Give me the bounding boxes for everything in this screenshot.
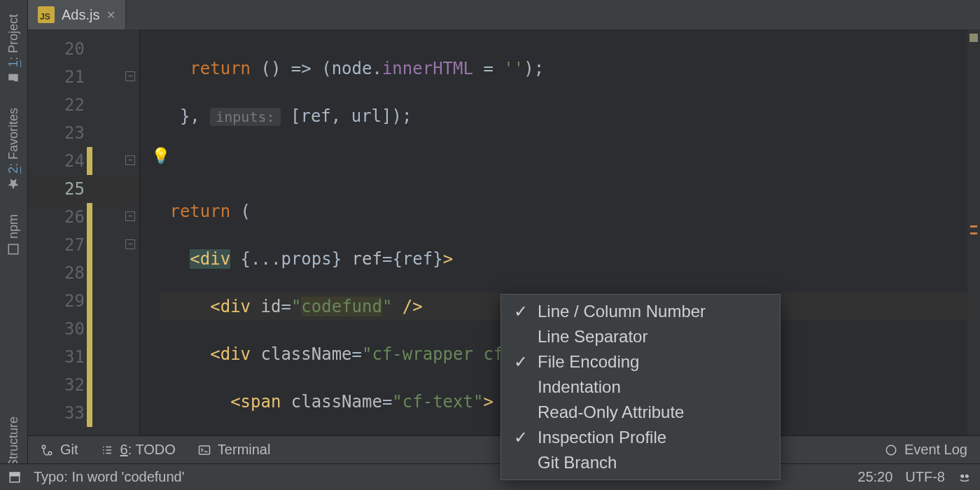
menu-item-inspection-profile[interactable]: ✓Inspection Profile (501, 425, 780, 450)
line-number: 26− (28, 203, 139, 231)
line-number: 22 (28, 91, 139, 119)
gutter[interactable]: 💡 20 21− 22 23 24− 25 26− 27− 28 29 30 3… (28, 29, 140, 435)
check-icon: ✓ (514, 302, 528, 321)
favorites-tab-label: Favorites (6, 108, 20, 160)
warning-marker[interactable] (970, 232, 977, 234)
line-number: 33 (28, 399, 139, 427)
line-number: 30 (28, 315, 139, 343)
event-log-icon (885, 444, 897, 456)
line-number: 32 (28, 371, 139, 399)
line-number: 24− (28, 147, 139, 175)
git-branch-icon (41, 444, 53, 456)
status-bar-context-menu: ✓Line / Column Number Line Separator ✓Fi… (500, 294, 780, 480)
fold-icon[interactable]: − (125, 239, 135, 249)
svg-point-7 (960, 474, 964, 477)
svg-point-2 (48, 451, 52, 455)
terminal-tool-button[interactable]: Terminal (198, 442, 271, 458)
npm-icon (8, 243, 20, 255)
fold-icon[interactable]: − (125, 71, 135, 81)
menu-item-git-branch[interactable]: Git Branch (501, 450, 780, 475)
warning-marker[interactable] (970, 225, 977, 227)
menu-item-line-column[interactable]: ✓Line / Column Number (501, 299, 780, 324)
terminal-icon (198, 444, 211, 456)
svg-rect-3 (199, 446, 209, 454)
list-icon (101, 444, 113, 456)
favorites-tool-tab[interactable]: 2: Favorites (6, 99, 21, 199)
svg-rect-6 (10, 472, 20, 476)
menu-item-file-encoding[interactable]: ✓File Encoding (501, 349, 780, 374)
file-tab-label: Ads.js (62, 7, 99, 23)
svg-rect-0 (9, 244, 19, 254)
check-icon: ✓ (514, 428, 528, 447)
editor-tabs: JS Ads.js ✕ (28, 0, 980, 29)
status-bar: Typo: In word 'codefund' 25:20 UTF-8 (0, 463, 980, 490)
project-tool-tab[interactable]: 1: Project (6, 6, 21, 92)
line-number: 29 (28, 287, 139, 315)
line-number: 21− (28, 63, 139, 91)
git-tool-button[interactable]: Git (41, 442, 78, 458)
structure-tab-label: Structure (6, 416, 20, 468)
menu-item-indentation[interactable]: Indentation (501, 374, 780, 400)
event-log-button[interactable]: Event Log (885, 442, 967, 458)
line-number: 27− (28, 231, 139, 259)
intention-bulb-icon[interactable]: 💡 (151, 147, 170, 164)
fold-icon[interactable]: − (125, 155, 135, 165)
todo-tool-button[interactable]: 6: TODO (101, 442, 176, 458)
tool-window-bar: 1: Project 2: Favorites npm 7: Structure (0, 0, 28, 490)
favorites-tab-number: 2 (6, 167, 20, 174)
caret-position[interactable]: 25:20 (858, 469, 892, 485)
menu-item-line-separator[interactable]: Line Separator (501, 324, 780, 349)
tool-windows-toggle[interactable] (8, 471, 21, 484)
svg-point-1 (42, 445, 46, 449)
close-icon[interactable]: ✕ (106, 8, 115, 22)
line-number: 28 (28, 259, 139, 287)
project-tab-number: 1 (6, 60, 20, 67)
inlay-hint: inputs: (210, 108, 280, 126)
menu-item-read-only[interactable]: Read-Only Attribute (501, 400, 780, 425)
svg-point-4 (886, 445, 896, 455)
svg-point-8 (965, 474, 969, 477)
folder-icon (8, 71, 20, 84)
project-tab-label: Project (6, 14, 20, 53)
star-icon (8, 178, 20, 190)
line-number: 31 (28, 343, 139, 371)
line-number: 23 (28, 119, 139, 147)
js-file-icon: JS (38, 6, 55, 23)
status-message: Typo: In word 'codefund' (34, 469, 185, 485)
line-number: 25 (28, 175, 139, 203)
file-tab[interactable]: JS Ads.js ✕ (28, 0, 126, 29)
line-number: 20 (28, 35, 139, 63)
inspection-icon[interactable] (958, 470, 972, 484)
error-stripe[interactable] (967, 29, 980, 435)
npm-tool-tab[interactable]: npm (6, 206, 21, 264)
fold-icon[interactable]: − (125, 211, 135, 221)
file-encoding[interactable]: UTF-8 (905, 469, 945, 485)
inspection-indicator[interactable] (969, 34, 978, 42)
check-icon: ✓ (514, 352, 528, 372)
npm-tab-label: npm (6, 214, 21, 239)
